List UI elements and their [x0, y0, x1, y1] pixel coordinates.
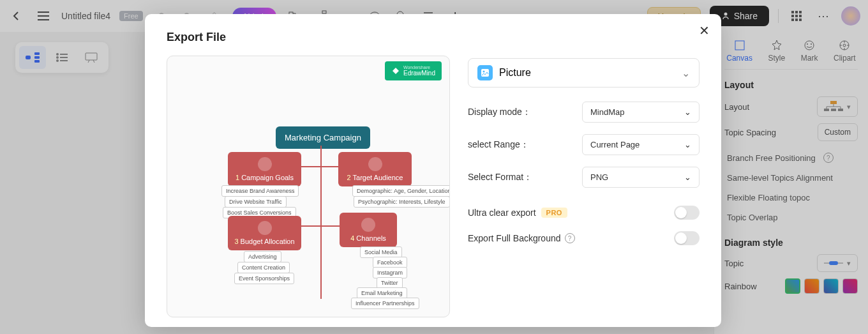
- mm-sub: Demographic: Age, Gender, Location: [352, 185, 450, 197]
- export-type-label: Picture: [499, 67, 531, 79]
- export-type-select[interactable]: Picture ⌄: [468, 58, 700, 87]
- export-modal: ✕ Export File WondershareEdrawMind Marke…: [145, 14, 721, 327]
- mm-sub: Increase Brand Awareness: [221, 185, 299, 197]
- display-mode-select[interactable]: MindMap⌄: [582, 102, 700, 123]
- mm-node-audience: 2 Target Audience: [338, 152, 412, 186]
- pro-badge: PRO: [541, 208, 567, 218]
- mm-sub: Drive Website Traffic: [225, 196, 287, 208]
- mm-root: Marketing Campaign: [276, 126, 370, 149]
- close-icon[interactable]: ✕: [699, 23, 710, 38]
- format-label: Select Format：: [468, 172, 532, 183]
- export-preview: WondershareEdrawMind Marketing Campaign …: [167, 56, 450, 317]
- ultra-clear-label: Ultra clear export: [468, 208, 536, 218]
- mm-sub: Psychographic: Interests, Lifestyle: [354, 196, 450, 208]
- mm-node-goals: 1 Campaign Goals: [228, 152, 301, 186]
- mm-node-budget: 3 Budget Allocation: [228, 216, 301, 250]
- chevron-down-icon: ⌄: [682, 67, 690, 79]
- svg-point-42: [483, 71, 485, 73]
- mm-sub: Influencer Partnerships: [351, 298, 419, 309]
- chevron-down-icon: ⌄: [684, 172, 691, 182]
- display-mode-label: Display mode：: [468, 107, 531, 118]
- chevron-down-icon: ⌄: [684, 107, 691, 117]
- format-select[interactable]: PNG⌄: [582, 167, 700, 188]
- ultra-clear-toggle[interactable]: [674, 206, 700, 220]
- full-bg-label: Export Full Background: [468, 233, 561, 243]
- chevron-down-icon: ⌄: [684, 140, 691, 149]
- range-label: select Range：: [468, 139, 529, 151]
- full-bg-toggle[interactable]: [674, 231, 700, 245]
- mm-sub: Event Sponsorships: [234, 273, 294, 284]
- modal-title: Export File: [167, 31, 700, 44]
- mm-sub: Content Creation: [237, 262, 290, 273]
- picture-icon: [477, 65, 493, 80]
- help-icon[interactable]: ?: [565, 233, 575, 243]
- mm-sub: Advertising: [244, 251, 281, 262]
- export-form: Picture ⌄ Display mode： MindMap⌄ select …: [468, 56, 700, 317]
- range-select[interactable]: Current Page⌄: [582, 134, 700, 155]
- edrawmind-watermark: WondershareEdrawMind: [385, 61, 442, 80]
- mm-node-channels: 4 Channels: [340, 213, 397, 247]
